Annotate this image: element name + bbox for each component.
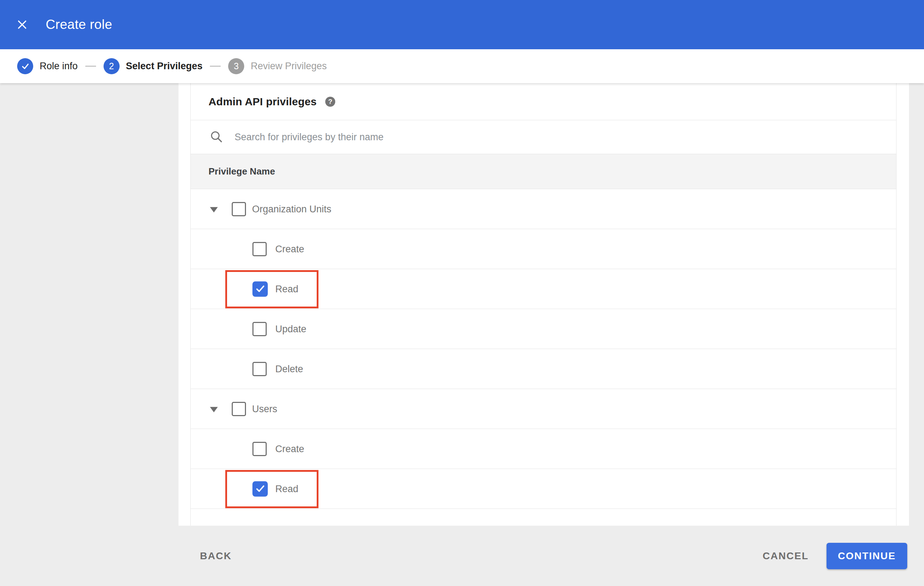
step-connector bbox=[210, 66, 221, 67]
table-header-label: Privilege Name bbox=[208, 166, 275, 177]
content-sheet: Admin API privileges ? Privilege Name Or… bbox=[178, 83, 909, 526]
annotation-highlight-box bbox=[225, 270, 318, 308]
checkbox-unchecked[interactable] bbox=[252, 362, 267, 376]
search-row bbox=[191, 120, 896, 154]
back-button[interactable]: BACK bbox=[200, 550, 232, 562]
step-label: Select Privileges bbox=[126, 61, 203, 72]
privilege-row-update[interactable]: Update bbox=[191, 309, 896, 349]
privilege-row-create-users[interactable]: Create bbox=[191, 429, 896, 469]
section-title: Admin API privileges bbox=[208, 95, 317, 108]
table-header: Privilege Name bbox=[191, 154, 896, 189]
privilege-label: Create bbox=[275, 244, 304, 254]
checkbox-unchecked[interactable] bbox=[252, 242, 267, 256]
footer-actions: CANCEL CONTINUE bbox=[762, 543, 907, 569]
checkbox-unchecked[interactable] bbox=[232, 202, 246, 216]
privilege-label: Update bbox=[275, 323, 306, 334]
checkbox-checked[interactable] bbox=[252, 281, 268, 296]
step-complete-check-icon bbox=[17, 58, 33, 74]
privilege-row-read[interactable]: Read bbox=[191, 269, 896, 309]
checkmark-icon bbox=[255, 484, 266, 494]
cancel-button[interactable]: CANCEL bbox=[762, 550, 808, 562]
close-icon bbox=[16, 18, 28, 31]
dialog-header: Create role bbox=[0, 0, 924, 49]
privilege-label: Read bbox=[275, 283, 299, 295]
collapse-caret-icon[interactable] bbox=[210, 207, 218, 212]
privilege-label: Delete bbox=[275, 363, 303, 374]
checkbox-unchecked[interactable] bbox=[252, 322, 267, 336]
step-number-badge: 3 bbox=[228, 58, 244, 74]
checkbox-unchecked[interactable] bbox=[252, 442, 267, 456]
step-label: Role info bbox=[40, 61, 78, 72]
help-icon[interactable]: ? bbox=[325, 97, 335, 107]
search-icon bbox=[210, 130, 224, 144]
step-role-info[interactable]: Role info bbox=[17, 58, 78, 74]
annotation-highlight-box bbox=[225, 470, 318, 508]
privilege-label: Create bbox=[275, 443, 304, 454]
stepper: Role info 2 Select Privileges 3 Review P… bbox=[0, 49, 924, 83]
section-title-row: Admin API privileges ? bbox=[191, 83, 896, 120]
collapse-caret-icon[interactable] bbox=[210, 407, 218, 412]
step-review-privileges[interactable]: 3 Review Privileges bbox=[228, 58, 327, 74]
privileges-card: Admin API privileges ? Privilege Name Or… bbox=[190, 83, 896, 526]
search-input[interactable] bbox=[234, 126, 896, 148]
close-button[interactable] bbox=[12, 14, 33, 35]
checkmark-icon bbox=[255, 284, 266, 295]
dialog-title: Create role bbox=[46, 17, 112, 32]
privilege-list: Organization Units Create Read Update De… bbox=[191, 189, 896, 526]
privilege-row-create[interactable]: Create bbox=[191, 229, 896, 269]
privilege-label: Users bbox=[252, 403, 277, 414]
step-number-badge: 2 bbox=[104, 58, 120, 74]
checkbox-unchecked[interactable] bbox=[232, 402, 246, 416]
privilege-row-users[interactable]: Users bbox=[191, 389, 896, 429]
privilege-row-organization-units[interactable]: Organization Units bbox=[191, 189, 896, 229]
continue-button[interactable]: CONTINUE bbox=[827, 543, 907, 569]
step-select-privileges[interactable]: 2 Select Privileges bbox=[104, 58, 203, 74]
privilege-row-delete[interactable]: Delete bbox=[191, 349, 896, 389]
step-connector bbox=[85, 66, 96, 67]
privilege-label: Read bbox=[275, 483, 299, 494]
privilege-label: Organization Units bbox=[252, 203, 331, 214]
footer-bar: BACK CANCEL CONTINUE bbox=[0, 526, 924, 586]
step-label: Review Privileges bbox=[251, 61, 327, 72]
privilege-row-clipped bbox=[191, 509, 896, 526]
privilege-row-read-users[interactable]: Read bbox=[191, 469, 896, 509]
checkbox-checked[interactable] bbox=[252, 481, 268, 496]
